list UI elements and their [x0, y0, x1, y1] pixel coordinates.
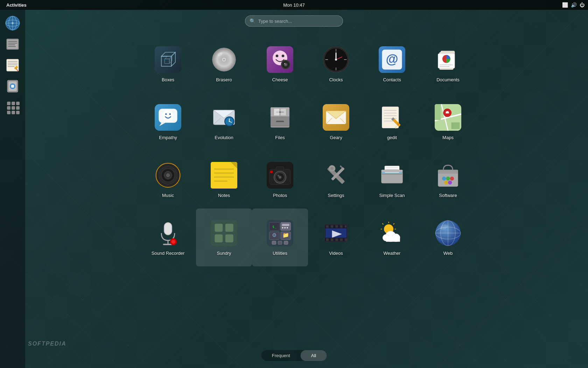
svg-rect-197 [345, 238, 348, 241]
app-grid: Boxes Brasero [35, 35, 581, 343]
svg-rect-155 [438, 170, 458, 173]
volume-icon[interactable]: 🔊 [571, 2, 577, 8]
app-item-geary[interactable]: Geary [308, 93, 364, 151]
app-item-photos[interactable]: Photos [252, 151, 308, 209]
svg-point-124 [166, 173, 170, 177]
app-item-web[interactable]: Web [420, 209, 476, 266]
sound-recorder-icon [154, 219, 182, 247]
app-item-notes[interactable]: Notes [196, 151, 252, 209]
svg-rect-193 [326, 238, 329, 241]
dock-files-icon [5, 37, 20, 52]
app-item-cheese[interactable]: Cheese [252, 35, 308, 93]
dock-item-software[interactable] [3, 76, 22, 96]
svg-point-158 [450, 177, 454, 180]
svg-rect-195 [335, 238, 338, 241]
app-item-weather[interactable]: Weather [364, 209, 420, 266]
svg-point-49 [276, 55, 279, 57]
svg-line-204 [382, 223, 383, 224]
svg-rect-28 [12, 106, 15, 110]
app-item-sundry[interactable]: Sundry [196, 209, 252, 266]
sound-recorder-label: Sound Recorder [152, 251, 185, 256]
app-item-settings[interactable]: Settings [308, 151, 364, 209]
svg-rect-168 [215, 224, 223, 232]
svg-point-156 [442, 177, 446, 180]
window-icon[interactable]: ⬜ [562, 2, 568, 8]
svg-rect-135 [276, 166, 284, 170]
svg-point-144 [330, 167, 334, 170]
svg-rect-184 [272, 241, 276, 245]
documents-label: Documents [436, 77, 460, 82]
app-item-maps[interactable]: Maps [420, 93, 476, 151]
svg-rect-209 [386, 237, 400, 242]
evolution-icon [210, 103, 238, 131]
documents-icon [434, 46, 462, 74]
app-item-documents[interactable]: Documents [420, 35, 476, 93]
web-icon [434, 219, 462, 247]
dock-item-notes[interactable] [3, 55, 22, 75]
dock-apps-icon [5, 100, 20, 115]
svg-rect-13 [8, 61, 18, 62]
dock-item-web[interactable] [3, 13, 22, 33]
app-item-files[interactable]: Files [252, 93, 308, 151]
svg-rect-15 [8, 64, 18, 65]
boxes-label: Boxes [162, 77, 174, 82]
svg-rect-194 [331, 238, 334, 241]
svg-rect-196 [340, 238, 343, 241]
svg-text:@: @ [386, 52, 398, 66]
app-item-brasero[interactable]: Brasero [196, 35, 252, 93]
svg-point-88 [229, 121, 230, 122]
app-item-software[interactable]: Software [420, 151, 476, 209]
svg-rect-101 [382, 107, 399, 128]
gedit-icon [378, 103, 406, 131]
svg-rect-30 [7, 111, 10, 114]
svg-rect-129 [214, 172, 234, 173]
brasero-icon [210, 46, 238, 74]
search-input[interactable] [258, 19, 335, 24]
svg-rect-10 [8, 45, 15, 45]
software-icon [434, 161, 462, 189]
simple-scan-icon [378, 161, 406, 189]
svg-rect-27 [7, 106, 10, 110]
svg-rect-127 [211, 162, 237, 189]
tab-all[interactable]: All [301, 350, 327, 361]
svg-rect-104 [384, 115, 397, 116]
music-icon [154, 161, 182, 189]
app-item-simple-scan[interactable]: Simple Scan [364, 151, 420, 209]
app-item-utilities[interactable]: $_ ⚙ 📁 Utilities [252, 209, 308, 266]
dock-item-files[interactable] [3, 34, 22, 54]
boxes-icon [154, 46, 182, 74]
app-item-empathy[interactable]: Empathy [140, 93, 196, 151]
svg-rect-73 [440, 66, 450, 67]
svg-rect-72 [440, 64, 453, 65]
svg-rect-102 [384, 110, 397, 111]
app-item-evolution[interactable]: Evolution [196, 93, 252, 151]
geary-icon [322, 103, 350, 131]
app-item-contacts[interactable]: @ Contacts [364, 35, 420, 93]
svg-rect-186 [284, 241, 288, 245]
music-label: Music [162, 193, 174, 198]
app-item-clocks[interactable]: Clocks [308, 35, 364, 93]
app-item-gedit[interactable]: gedit [364, 93, 420, 151]
app-item-sound-recorder[interactable]: Sound Recorder [140, 209, 196, 266]
svg-rect-95 [281, 109, 286, 115]
app-item-boxes[interactable]: Boxes [140, 35, 196, 93]
softpedia-watermark: SOFTPEDIA [28, 341, 66, 347]
photos-icon [266, 161, 294, 189]
tab-frequent[interactable]: Frequent [261, 350, 301, 361]
notes-icon [210, 161, 238, 189]
activities-button[interactable]: Activities [4, 0, 29, 10]
utilities-label: Utilities [273, 251, 287, 256]
maps-icon [434, 103, 462, 131]
app-item-videos[interactable]: Videos [308, 209, 364, 266]
svg-rect-131 [214, 180, 227, 182]
svg-text:⚙: ⚙ [272, 232, 276, 238]
svg-line-202 [393, 223, 394, 224]
app-item-music[interactable]: Music [140, 151, 196, 209]
power-icon[interactable]: ⏻ [580, 2, 584, 8]
dock-item-apps[interactable] [3, 97, 22, 117]
svg-rect-130 [214, 177, 234, 178]
svg-point-5 [12, 22, 14, 24]
svg-rect-9 [8, 43, 17, 43]
svg-rect-25 [12, 102, 15, 105]
weather-label: Weather [384, 251, 401, 256]
